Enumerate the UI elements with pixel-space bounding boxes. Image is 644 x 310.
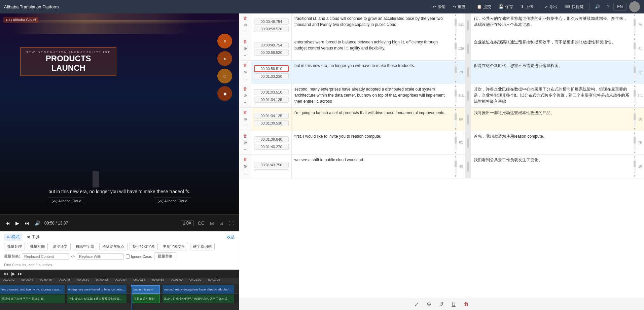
scroll-up-zh-5[interactable]: ▲ [633, 108, 636, 111]
underline-action-button[interactable]: U [450, 300, 457, 309]
sub-time-end-7[interactable] [254, 169, 289, 171]
scroll-down-1[interactable]: ▼ [454, 33, 457, 37]
scroll-down-zh-7[interactable]: ▼ [633, 174, 636, 178]
scroll-thumb-zh-6[interactable] [634, 137, 636, 144]
sub-en-scrollbar-4[interactable]: ▲ ▼ [454, 84, 457, 107]
scroll-up-3[interactable]: ▲ [454, 61, 457, 64]
sub-zh-scrollbar-2[interactable]: ▲ ▼ [633, 37, 636, 60]
sub-time-end-2[interactable]: 00:00:58.520 [254, 49, 289, 56]
scroll-down-zh-1[interactable]: ▼ [633, 33, 636, 37]
timeline-prev-button[interactable]: ⏮ [4, 271, 9, 276]
delete-button-7[interactable]: 🗑 [243, 157, 248, 162]
scroll-down-zh-5[interactable]: ▼ [633, 127, 636, 131]
sep-handle-2[interactable] [467, 44, 469, 54]
sub-time-start-1[interactable]: 00:00:49.754 [254, 19, 289, 25]
add-button-5[interactable]: + [244, 124, 247, 129]
sub-en-scrollbar-2[interactable]: ▲ ▼ [454, 37, 457, 60]
timeline-next-button[interactable]: ⏭ [18, 271, 23, 276]
to-half-width-button[interactable]: 换行转双字幕 [130, 243, 158, 250]
timeline-clip-en-1[interactable]: two thousand and twenty two storage capa… [0, 285, 65, 294]
sub-zh-scrollbar-1[interactable]: ▲ ▼ [633, 13, 636, 37]
play-button[interactable]: ▶ [14, 219, 21, 227]
add-button-4[interactable]: + [244, 100, 247, 105]
scroll-down-zh-4[interactable]: ▼ [633, 104, 636, 107]
sub-zh-text-3[interactable]: 但是在这个新时代，您将不再需要进行这些权衡。 [474, 63, 631, 82]
scroll-down-6[interactable]: ▼ [454, 151, 457, 154]
sub-zh-text-1[interactable]: 代，公共云的存储容量将超过传统的企业数据中心，那么云将继续加速增长。多年来，基础… [474, 15, 631, 35]
sub-en-scrollbar-7[interactable]: ▲ ▼ [454, 155, 457, 178]
scroll-thumb-1[interactable] [455, 19, 457, 26]
delete-action-button[interactable]: 🗑 [462, 300, 470, 309]
scroll-up-5[interactable]: ▲ [454, 108, 457, 111]
scroll-up-7[interactable]: ▲ [454, 155, 457, 159]
copy-button-5[interactable]: ⊕ [243, 116, 247, 122]
copy-button-7[interactable]: ⊕ [243, 164, 247, 169]
scroll-up-zh-3[interactable]: ▲ [633, 61, 636, 64]
scroll-down-zh-2[interactable]: ▼ [633, 57, 636, 60]
timeline-clip-en-3[interactable]: but in this new era, no longer ... [132, 285, 160, 294]
scroll-thumb-4[interactable] [455, 90, 457, 97]
sep-handle-5[interactable] [467, 114, 469, 125]
add-button-7[interactable]: + [244, 171, 247, 176]
lang-button[interactable]: EN [613, 3, 627, 11]
copy-button-3[interactable]: ⊕ [243, 69, 247, 75]
scroll-thumb-7[interactable] [455, 161, 457, 167]
scroll-thumb-zh-7[interactable] [634, 161, 636, 167]
sub-en-text-3[interactable]: but in this new era, no longer you will … [294, 63, 451, 82]
refresh-action-button[interactable]: ↺ [438, 300, 445, 309]
next-frame-button[interactable]: ⏭ [23, 219, 31, 227]
scroll-up-2[interactable]: ▲ [454, 37, 457, 41]
style-tab[interactable]: ✏ 样式 [4, 234, 22, 241]
copy-button-2[interactable]: ⊕ [243, 46, 247, 51]
sub-time-end-4[interactable]: 00:01:34.125 [254, 97, 289, 103]
scroll-thumb-zh-4[interactable] [634, 90, 636, 97]
volume-button[interactable]: 🔊 [592, 3, 603, 10]
submit-button[interactable]: 📋 提交 [473, 3, 495, 11]
sub-time-end-3[interactable]: 00:01:03.230 [254, 73, 289, 79]
scroll-up-zh-1[interactable]: ▲ [633, 13, 636, 17]
sub-zh-scrollbar-7[interactable]: ▲ ▼ [633, 155, 636, 178]
sub-en-text-1[interactable]: traditional i.t. and a cloud will contin… [294, 15, 451, 35]
delete-button-1[interactable]: 🗑 [243, 15, 248, 21]
scroll-up-zh-6[interactable]: ▲ [633, 131, 636, 135]
timeline-playhead[interactable] [132, 284, 132, 310]
sub-zh-scrollbar-6[interactable]: ▲ ▼ [633, 131, 636, 154]
timeline-clip-en-2[interactable]: enterprises were forced to balance betwe… [67, 285, 127, 294]
replace-from-input[interactable] [22, 253, 69, 260]
ignore-case-checkbox[interactable] [126, 254, 130, 259]
scroll-up-1[interactable]: ▲ [454, 13, 457, 17]
add-button-2[interactable]: + [244, 53, 247, 58]
sub-zh-scrollbar-5[interactable]: ▲ ▼ [633, 108, 636, 131]
sub-zh-scrollbar-3[interactable]: ▲ ▼ [633, 61, 636, 84]
layout-button[interactable]: ⊟ [209, 219, 215, 227]
help-button[interactable]: ? [604, 3, 613, 10]
sub-en-scrollbar-3[interactable]: ▲ ▼ [454, 61, 457, 84]
redo-button[interactable]: ↪ 重做 [450, 3, 469, 11]
replace-to-input[interactable] [77, 253, 124, 260]
sub-zh-text-7[interactable]: 我们看到公共云工作负载发生了变化。 [474, 157, 631, 176]
scroll-down-7[interactable]: ▼ [454, 174, 457, 178]
mute-button[interactable]: 🔊 [33, 219, 42, 227]
speed-display[interactable]: 1.0X [181, 220, 194, 226]
sub-time-end-1[interactable]: 00:00:58.520 [254, 26, 289, 32]
swap-subtitles-button[interactable]: 主副字幕交换 [160, 243, 188, 250]
scroll-down-5[interactable]: ▼ [454, 127, 457, 131]
timeline-clip-zh-3[interactable]: 但是在这个新时代，您将不再... [132, 295, 160, 303]
scroll-thumb-zh-5[interactable] [634, 113, 636, 120]
sub-zh-scrollbar-4[interactable]: ▲ ▼ [633, 84, 636, 107]
timeline-clip-zh-2[interactable]: 企业被迫在实现高i.t.通过预算控制提高效率，而不是更多的i.t.敏... [67, 295, 127, 303]
sub-en-text-6[interactable]: first, i would like to invite you to rea… [294, 133, 451, 152]
scroll-down-zh-3[interactable]: ▼ [633, 80, 636, 84]
add-button-6[interactable]: + [244, 147, 247, 152]
delete-button-5[interactable]: 🗑 [243, 110, 248, 115]
fullscreen-button[interactable]: ⛶ [227, 219, 235, 227]
scroll-thumb-2[interactable] [455, 43, 457, 49]
add-button-1[interactable]: + [244, 29, 247, 35]
remove-empty-frames-button[interactable]: 移除空字幕 [73, 243, 97, 250]
sep-handle-3[interactable] [467, 67, 469, 77]
sub-zh-text-6[interactable]: 首先，我想邀请您使用reason compute。 [474, 133, 631, 152]
copy-action-button[interactable]: ⊕ [425, 300, 432, 309]
sub-zh-text-2[interactable]: 企业被迫在实现高i.t.通过预算控制提高效率，而不是更多的i.t.敏捷性和灵活性… [474, 39, 631, 58]
scroll-thumb-zh-3[interactable] [634, 66, 636, 73]
undo-button[interactable]: ↩ 撤销 [429, 3, 449, 11]
